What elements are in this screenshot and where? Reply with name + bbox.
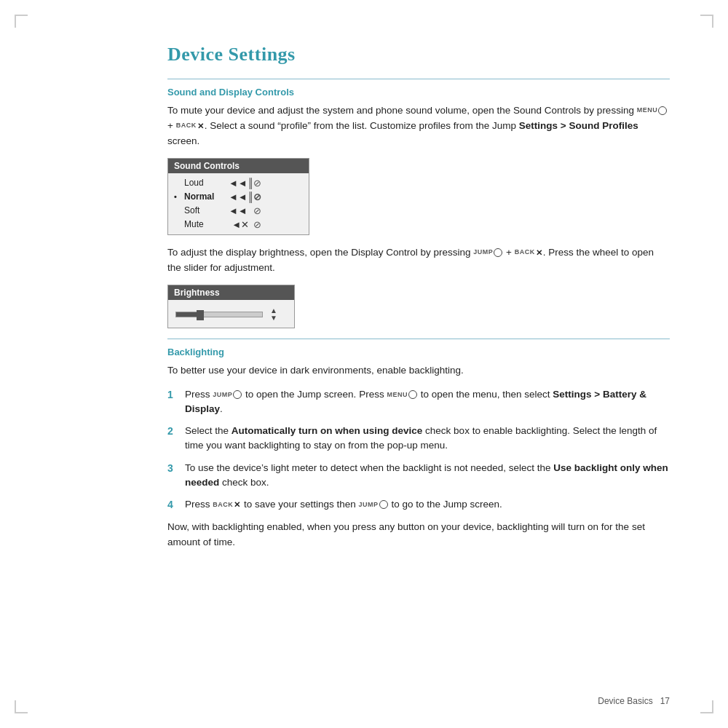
corner-br xyxy=(700,700,713,713)
sound-row-loud: Loud ◄◄║ ⊘ xyxy=(174,176,303,190)
sound-row-normal: • Normal ◄◄║ ⊘ xyxy=(174,190,303,204)
para2-plus: + xyxy=(506,247,515,258)
para1-text1: To mute your device and adjust the syste… xyxy=(167,105,637,116)
sound-vol-loud: ◄◄║ xyxy=(229,178,249,189)
step1-jump-icon xyxy=(233,390,242,399)
section-backlighting: Backlighting To better use your device i… xyxy=(167,347,670,550)
corner-tl xyxy=(15,15,28,28)
para2-key-back: back xyxy=(515,248,535,256)
menu-circle-icon xyxy=(658,106,667,115)
sound-dot-soft xyxy=(174,206,180,215)
step-text-3: To use the device’s light meter to detec… xyxy=(185,461,670,491)
step-3: 3 To use the device’s light meter to det… xyxy=(167,461,670,491)
step-1: 1 Press jump to open the Jump screen. Pr… xyxy=(167,387,670,417)
step-number-3: 3 xyxy=(167,461,185,476)
step1-menu-icon xyxy=(408,390,417,399)
sound-name-mute: Mute xyxy=(184,219,224,229)
para1-key-back: back xyxy=(176,122,197,129)
section2-closing: Now, with backlighting enabled, when you… xyxy=(167,520,670,550)
brightness-arrows: ▲ ▼ xyxy=(270,307,277,322)
footer-label: Device Basics xyxy=(598,696,652,706)
sound-row-mute: Mute ◄✕ ⊘ xyxy=(174,218,303,232)
back-x-icon: ✕ xyxy=(197,120,204,132)
sound-dot-loud xyxy=(174,178,180,187)
sound-vol-normal: ◄◄║ xyxy=(229,191,249,202)
step1-key-jump: jump xyxy=(213,390,232,397)
sound-name-soft: Soft xyxy=(184,205,224,215)
sound-controls-widget: Sound Controls Loud ◄◄║ ⊘ • Normal ◄◄║ ⊘… xyxy=(167,158,309,235)
step4-key-back: back xyxy=(213,501,233,508)
step-2: 2 Select the Automatically turn on when … xyxy=(167,424,670,454)
step4-back-icon: ✕ xyxy=(234,499,240,511)
brightness-slider-fill xyxy=(176,312,198,317)
step3-bold: Use backlight only when needed xyxy=(185,462,668,488)
step-4: 4 Press back✕ to save your settings then… xyxy=(167,497,670,513)
brightness-slider-track[interactable] xyxy=(175,312,263,317)
para2-text1: To adjust the display brightness, open t… xyxy=(167,247,473,258)
sound-dot-normal: • xyxy=(174,192,180,201)
corner-tr xyxy=(700,15,713,28)
section1-title: Sound and Display Controls xyxy=(167,87,670,98)
sound-vol-soft: ◄◄ xyxy=(229,205,249,216)
sound-vol-mute: ◄✕ xyxy=(229,219,249,230)
step4-key-jump: jump xyxy=(359,501,379,508)
brightness-header: Brightness xyxy=(168,285,294,300)
jump-circle-icon xyxy=(494,248,502,257)
step1-key-menu: menu xyxy=(387,390,408,397)
footer: Device Basics 17 xyxy=(598,696,670,706)
step-text-2: Select the Automatically turn on when us… xyxy=(185,424,670,454)
sound-dot-mute xyxy=(174,220,180,229)
section2-divider xyxy=(167,339,670,339)
para1-key-menu: menu xyxy=(637,106,658,114)
brightness-body: ▲ ▼ xyxy=(168,300,294,328)
section2-title: Backlighting xyxy=(167,347,670,357)
sound-edit-soft: ⊘ xyxy=(253,205,261,216)
step-number-2: 2 xyxy=(167,424,185,439)
sound-name-loud: Loud xyxy=(184,178,224,188)
section-sound-display: Sound and Display Controls To mute your … xyxy=(167,87,670,339)
corner-bl xyxy=(15,700,28,713)
step-text-1: Press jump to open the Jump screen. Pres… xyxy=(185,387,670,417)
back-x2-icon: ✕ xyxy=(536,247,542,259)
sound-edit-loud: ⊘ xyxy=(253,178,261,189)
sound-controls-header: Sound Controls xyxy=(168,159,309,173)
para1-plus1: + xyxy=(167,120,176,131)
step2-bold: Automatically turn on when using device xyxy=(232,425,423,436)
sound-edit-mute: ⊘ xyxy=(253,219,261,230)
step-text-4: Press back✕ to save your settings then j… xyxy=(185,497,670,512)
sound-edit-normal: ⊘ xyxy=(253,191,261,202)
para1-bold: Settings > Sound Profiles xyxy=(519,120,638,131)
para2-key-jump: jump xyxy=(473,248,493,256)
brightness-slider-thumb xyxy=(197,310,204,320)
arrow-down: ▼ xyxy=(270,314,277,322)
step-number-4: 4 xyxy=(167,497,185,513)
section1-para2: To adjust the display brightness, open t… xyxy=(167,245,670,276)
page-title: Device Settings xyxy=(167,44,670,66)
numbered-list: 1 Press jump to open the Jump screen. Pr… xyxy=(167,387,670,513)
sound-controls-body: Loud ◄◄║ ⊘ • Normal ◄◄║ ⊘ Soft ◄◄ ⊘ xyxy=(168,173,309,234)
brightness-widget: Brightness ▲ ▼ xyxy=(167,285,295,328)
sound-name-normal: Normal xyxy=(184,191,224,202)
step4-jump-icon xyxy=(379,500,388,509)
section1-divider xyxy=(167,79,670,79)
section2-intro: To better use your device in dark enviro… xyxy=(167,363,670,379)
sound-row-soft: Soft ◄◄ ⊘ xyxy=(174,204,303,218)
step-number-1: 1 xyxy=(167,387,185,403)
para1-text2: . Select a sound “profile” from the list… xyxy=(167,120,638,146)
footer-page: 17 xyxy=(660,696,670,706)
section1-para1: To mute your device and adjust the syste… xyxy=(167,103,670,149)
page: Device Settings Sound and Display Contro… xyxy=(0,0,728,728)
